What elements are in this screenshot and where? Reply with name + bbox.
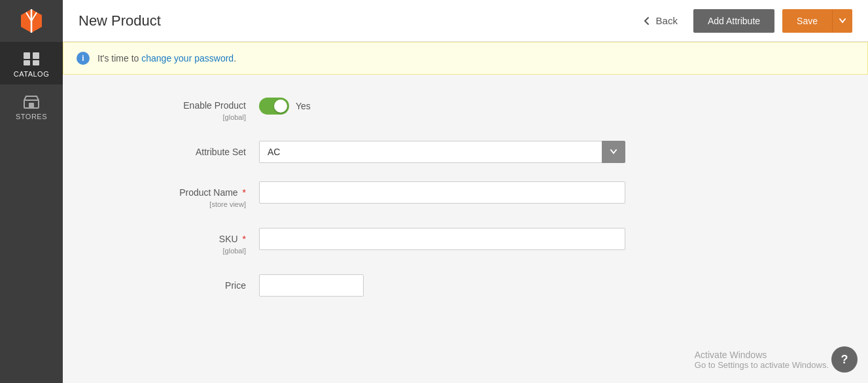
sku-row: SKU * [global] — [115, 228, 625, 256]
attribute-set-label: Attribute Set — [115, 141, 259, 159]
product-name-input[interactable] — [259, 181, 625, 204]
back-arrow-icon — [642, 16, 652, 26]
enable-product-label: Enable Product [global] — [115, 94, 259, 122]
notice-prefix: It's time to — [97, 53, 139, 64]
enable-product-scope: [global] — [115, 113, 246, 122]
required-star: * — [243, 187, 246, 198]
save-button-group: Save — [782, 9, 852, 33]
notice-text: It's time to change your password. — [97, 53, 236, 64]
price-input[interactable] — [259, 274, 364, 297]
sku-scope: [global] — [115, 246, 246, 256]
help-button-label: ? — [841, 353, 848, 367]
magento-logo-icon — [17, 7, 46, 35]
form-area: Enable Product [global] Yes Attr — [63, 75, 651, 335]
sidebar-item-catalog-label: CATALOG — [14, 70, 49, 78]
notice-bar: i It's time to change your password. — [63, 42, 868, 75]
save-label: Save — [797, 16, 818, 26]
sidebar-item-stores[interactable]: STORES — [0, 84, 63, 127]
product-name-control — [259, 181, 625, 204]
add-attribute-button[interactable]: Add Attribute — [693, 9, 774, 33]
product-name-scope: [store view] — [115, 200, 246, 210]
toggle-slider — [259, 98, 289, 115]
svg-rect-2 — [24, 52, 30, 59]
sidebar-logo — [0, 0, 63, 42]
header-actions: Back Add Attribute Save — [634, 9, 852, 33]
help-button[interactable]: ? — [831, 346, 858, 373]
toggle-yes-label: Yes — [296, 101, 311, 111]
change-password-link[interactable]: change your password — [141, 53, 234, 64]
sku-control — [259, 228, 625, 250]
sku-required-star: * — [243, 234, 246, 244]
page-header: New Product Back Add Attribute Save — [63, 0, 868, 42]
svg-rect-5 — [33, 60, 39, 65]
attribute-set-select-wrapper: AC Default Top — [259, 141, 625, 163]
attribute-set-row: Attribute Set AC Default Top — [115, 141, 625, 163]
sidebar: CATALOG STORES — [0, 0, 63, 383]
save-button[interactable]: Save — [782, 9, 832, 33]
save-dropdown-button[interactable] — [832, 9, 852, 33]
svg-rect-3 — [33, 52, 39, 59]
add-attribute-label: Add Attribute — [708, 16, 760, 26]
info-icon: i — [77, 52, 90, 65]
sku-label: SKU * [global] — [115, 228, 259, 256]
sidebar-item-stores-label: STORES — [16, 113, 47, 120]
back-button-label: Back — [656, 15, 678, 26]
content-area: i It's time to change your password. Ena… — [63, 42, 868, 383]
back-button[interactable]: Back — [634, 10, 686, 31]
chevron-down-icon — [839, 18, 846, 24]
price-control — [259, 274, 625, 297]
price-label: Price — [115, 274, 259, 293]
product-name-row: Product Name * [store view] — [115, 181, 625, 210]
price-row: Price — [115, 274, 625, 297]
svg-rect-4 — [24, 60, 30, 65]
enable-product-row: Enable Product [global] Yes — [115, 94, 625, 122]
page-title: New Product — [78, 12, 161, 29]
enable-product-toggle[interactable] — [259, 98, 289, 115]
product-name-label: Product Name * [store view] — [115, 181, 259, 210]
sidebar-item-catalog[interactable]: CATALOG — [0, 42, 63, 84]
sku-input[interactable] — [259, 228, 625, 250]
toggle-wrapper: Yes — [259, 94, 625, 115]
svg-rect-7 — [29, 103, 34, 108]
catalog-icon — [22, 51, 41, 67]
main-content: New Product Back Add Attribute Save — [63, 0, 868, 383]
stores-icon — [22, 94, 41, 109]
enable-product-control: Yes — [259, 94, 625, 115]
attribute-set-control: AC Default Top — [259, 141, 625, 163]
attribute-set-select[interactable]: AC Default Top — [259, 141, 625, 163]
